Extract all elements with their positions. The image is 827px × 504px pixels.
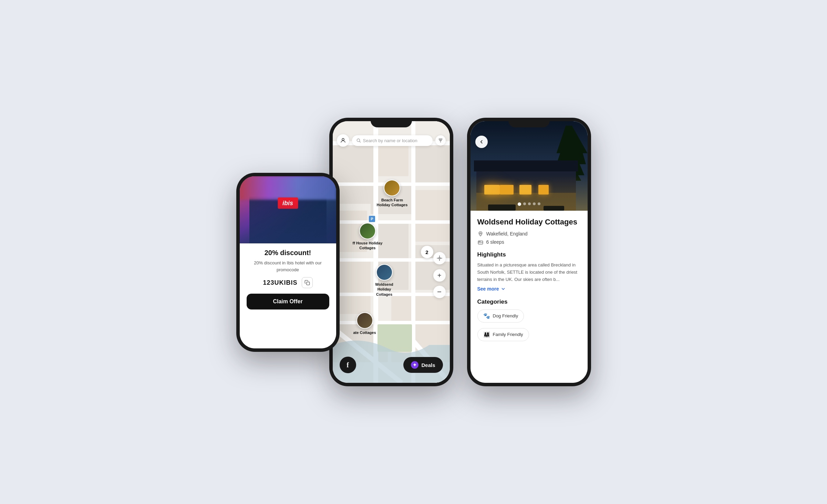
dog-friendly-icon: 🐾 [483,313,490,319]
map-top-bar: Search by name or location [333,121,450,150]
beach-farm-label: Beach FarmHoliday Cottages [377,198,408,208]
woldsend-pin-image [376,264,393,281]
woldsend-label: Woldsend HolidayCottages [369,282,400,297]
svg-text:P: P [371,217,373,221]
hh-cottages-pin-image [359,223,376,239]
location-row: Wakefield, England [477,231,581,237]
promo-code: 123UKIBIS [263,279,297,286]
gate-cottages-pin-image [356,312,373,329]
map-bottom-bar: f ✦ Deals [333,351,450,383]
category-dog-friendly[interactable]: 🐾 Dog Friendly [477,309,524,323]
claim-offer-button[interactable]: Claim Offer [247,294,329,309]
location-icon [477,231,484,237]
deals-button[interactable]: ✦ Deals [403,357,443,373]
discount-card: ibis 20% discount! 20% discount in Ibis … [240,176,336,348]
user-icon-button[interactable] [337,134,349,147]
detail-hero-image [471,121,588,211]
svg-point-28 [342,138,344,140]
map-pin-woldsend[interactable]: Woldsend HolidayCottages [369,264,400,297]
phone1-screen: ibis 20% discount! 20% discount in Ibis … [240,176,336,348]
discount-title: 20% discount! [265,249,311,257]
phone-map: P P [329,118,453,386]
zoom-in-button[interactable]: + [433,269,446,282]
back-button[interactable] [475,136,488,148]
promo-code-row: 123UKIBIS [263,277,312,288]
hotel-image: ibis [240,176,336,243]
family-friendly-icon: 👨‍👩‍👧 [483,331,490,338]
dot-5[interactable] [538,202,540,205]
phone-detail: Woldsend Holiday Cottages Wakefield, Eng… [467,118,591,386]
search-placeholder: Search by name or location [363,138,428,143]
detail-content: Woldsend Holiday Cottages Wakefield, Eng… [471,211,588,351]
map-cluster-badge[interactable]: 2 [421,246,433,258]
facebook-button[interactable]: f [340,357,356,373]
svg-point-29 [357,139,360,141]
location-text: Wakefield, England [486,231,528,237]
svg-line-30 [359,141,360,143]
map-pin-gate-cottages[interactable]: ate Cottages [353,312,376,335]
phone3-notch [508,118,550,127]
phone3-screen: Woldsend Holiday Cottages Wakefield, Eng… [471,121,588,383]
svg-rect-18 [333,258,450,262]
map-view: P P [333,121,450,383]
svg-rect-17 [333,220,450,224]
phone-discount: ibis 20% discount! 20% discount in Ibis … [236,173,340,352]
filter-button[interactable] [435,135,446,146]
svg-point-34 [438,258,440,259]
cottage-exterior [471,121,588,211]
dot-1[interactable] [518,202,521,206]
phone2-screen: P P [333,121,450,383]
app-scene: ibis 20% discount! 20% discount in Ibis … [207,118,620,386]
zoom-out-button[interactable]: − [433,286,446,298]
svg-point-39 [480,233,481,234]
category-family-friendly[interactable]: 👨‍👩‍👧 Family Friendly [477,328,529,341]
sleeps-row: 6 sleeps [477,239,581,245]
gate-cottages-label: ate Cottages [353,330,376,335]
property-title: Woldsend Holiday Cottages [477,218,581,227]
map-pin-beach-farm[interactable]: Beach FarmHoliday Cottages [377,180,408,208]
svg-rect-0 [307,282,310,285]
family-friendly-label: Family Friendly [493,332,523,337]
see-more-button[interactable]: See more [477,286,581,292]
copy-button[interactable] [302,277,313,288]
map-search-bar[interactable]: Search by name or location [352,135,433,146]
discount-description: 20% discount in Ibis hotel with our prom… [247,260,329,273]
svg-rect-20 [333,321,450,324]
dog-friendly-label: Dog Friendly [493,313,518,318]
property-meta: Wakefield, England 6 sleeps [477,231,581,245]
categories-section: Categories 🐾 Dog Friendly 👨‍👩‍👧 Family F… [477,298,581,341]
discount-body: 20% discount! 20% discount in Ibis hotel… [240,243,336,348]
filter-icon [438,138,443,143]
highlights-title: Highlights [477,251,581,258]
dot-2[interactable] [523,202,526,205]
sleeps-text: 6 sleeps [486,239,504,245]
beach-farm-pin-image [384,180,400,196]
bed-icon [477,239,484,245]
search-icon [356,138,361,143]
dot-3[interactable] [528,202,531,205]
categories-title: Categories [477,298,581,305]
deals-icon: ✦ [411,361,418,369]
categories-list: 🐾 Dog Friendly 👨‍👩‍👧 Family Friendly [477,309,581,341]
detail-view: Woldsend Holiday Cottages Wakefield, Eng… [471,121,588,383]
locate-button[interactable] [433,252,446,264]
svg-rect-9 [412,190,450,242]
hh-cottages-label: ff House HolidayCottages [353,241,383,251]
dot-4[interactable] [533,202,536,205]
image-dots [518,202,540,206]
highlights-description: Situated in a picturesque area called Br… [477,262,581,283]
chevron-down-icon [500,286,506,292]
map-pin-hh-cottages[interactable]: ff House HolidayCottages [353,223,383,251]
